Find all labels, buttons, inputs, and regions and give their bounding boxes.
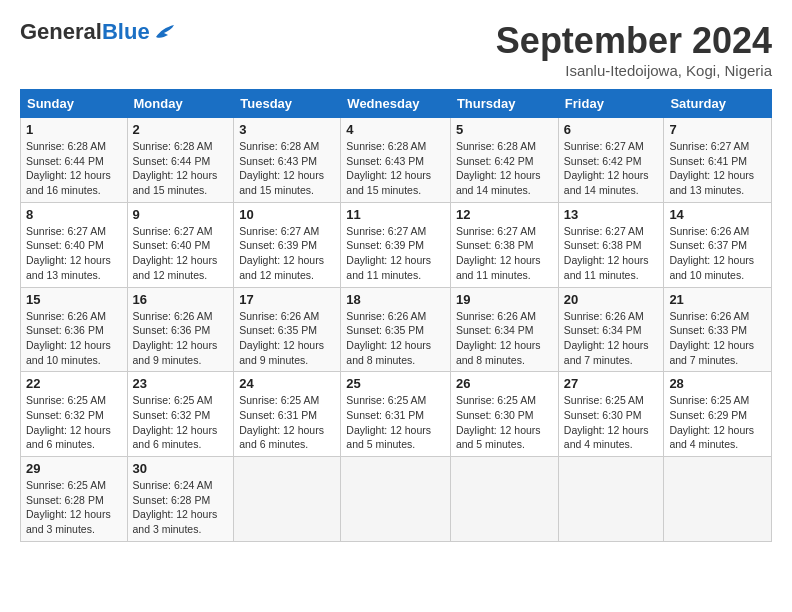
- calendar-cell: [341, 457, 451, 542]
- calendar-cell: 27Sunrise: 6:25 AMSunset: 6:30 PMDayligh…: [558, 372, 664, 457]
- calendar-cell: [664, 457, 772, 542]
- calendar-cell: [450, 457, 558, 542]
- day-info: Sunrise: 6:27 AMSunset: 6:40 PMDaylight:…: [133, 224, 229, 283]
- day-number: 24: [239, 376, 335, 391]
- calendar-week-4: 22Sunrise: 6:25 AMSunset: 6:32 PMDayligh…: [21, 372, 772, 457]
- day-info: Sunrise: 6:26 AMSunset: 6:36 PMDaylight:…: [133, 309, 229, 368]
- day-number: 3: [239, 122, 335, 137]
- location: Isanlu-Itedoijowa, Kogi, Nigeria: [496, 62, 772, 79]
- day-info: Sunrise: 6:27 AMSunset: 6:39 PMDaylight:…: [239, 224, 335, 283]
- calendar-cell: 20Sunrise: 6:26 AMSunset: 6:34 PMDayligh…: [558, 287, 664, 372]
- day-info: Sunrise: 6:27 AMSunset: 6:40 PMDaylight:…: [26, 224, 122, 283]
- day-info: Sunrise: 6:26 AMSunset: 6:33 PMDaylight:…: [669, 309, 766, 368]
- calendar-cell: 24Sunrise: 6:25 AMSunset: 6:31 PMDayligh…: [234, 372, 341, 457]
- day-info: Sunrise: 6:28 AMSunset: 6:44 PMDaylight:…: [133, 139, 229, 198]
- calendar-cell: 22Sunrise: 6:25 AMSunset: 6:32 PMDayligh…: [21, 372, 128, 457]
- day-number: 19: [456, 292, 553, 307]
- calendar-cell: 1Sunrise: 6:28 AMSunset: 6:44 PMDaylight…: [21, 118, 128, 203]
- day-number: 13: [564, 207, 659, 222]
- calendar-cell: 7Sunrise: 6:27 AMSunset: 6:41 PMDaylight…: [664, 118, 772, 203]
- day-info: Sunrise: 6:28 AMSunset: 6:42 PMDaylight:…: [456, 139, 553, 198]
- calendar-cell: 18Sunrise: 6:26 AMSunset: 6:35 PMDayligh…: [341, 287, 451, 372]
- weekday-row: SundayMondayTuesdayWednesdayThursdayFrid…: [21, 90, 772, 118]
- day-number: 5: [456, 122, 553, 137]
- day-number: 27: [564, 376, 659, 391]
- calendar-cell: 13Sunrise: 6:27 AMSunset: 6:38 PMDayligh…: [558, 202, 664, 287]
- calendar-cell: 29Sunrise: 6:25 AMSunset: 6:28 PMDayligh…: [21, 457, 128, 542]
- day-info: Sunrise: 6:25 AMSunset: 6:31 PMDaylight:…: [239, 393, 335, 452]
- logo-text: GeneralBlue: [20, 20, 150, 44]
- calendar-cell: 8Sunrise: 6:27 AMSunset: 6:40 PMDaylight…: [21, 202, 128, 287]
- day-number: 29: [26, 461, 122, 476]
- calendar-week-3: 15Sunrise: 6:26 AMSunset: 6:36 PMDayligh…: [21, 287, 772, 372]
- calendar-cell: 11Sunrise: 6:27 AMSunset: 6:39 PMDayligh…: [341, 202, 451, 287]
- weekday-header-friday: Friday: [558, 90, 664, 118]
- day-info: Sunrise: 6:28 AMSunset: 6:43 PMDaylight:…: [239, 139, 335, 198]
- day-info: Sunrise: 6:25 AMSunset: 6:32 PMDaylight:…: [26, 393, 122, 452]
- day-info: Sunrise: 6:26 AMSunset: 6:35 PMDaylight:…: [346, 309, 445, 368]
- day-number: 28: [669, 376, 766, 391]
- day-info: Sunrise: 6:26 AMSunset: 6:36 PMDaylight:…: [26, 309, 122, 368]
- calendar-cell: 15Sunrise: 6:26 AMSunset: 6:36 PMDayligh…: [21, 287, 128, 372]
- calendar-week-5: 29Sunrise: 6:25 AMSunset: 6:28 PMDayligh…: [21, 457, 772, 542]
- calendar-cell: 21Sunrise: 6:26 AMSunset: 6:33 PMDayligh…: [664, 287, 772, 372]
- calendar-cell: 23Sunrise: 6:25 AMSunset: 6:32 PMDayligh…: [127, 372, 234, 457]
- day-info: Sunrise: 6:25 AMSunset: 6:31 PMDaylight:…: [346, 393, 445, 452]
- calendar-header: SundayMondayTuesdayWednesdayThursdayFrid…: [21, 90, 772, 118]
- month-title: September 2024: [496, 20, 772, 62]
- day-info: Sunrise: 6:27 AMSunset: 6:42 PMDaylight:…: [564, 139, 659, 198]
- calendar-cell: 17Sunrise: 6:26 AMSunset: 6:35 PMDayligh…: [234, 287, 341, 372]
- day-number: 6: [564, 122, 659, 137]
- calendar-cell: 26Sunrise: 6:25 AMSunset: 6:30 PMDayligh…: [450, 372, 558, 457]
- day-number: 1: [26, 122, 122, 137]
- calendar-table: SundayMondayTuesdayWednesdayThursdayFrid…: [20, 89, 772, 542]
- weekday-header-sunday: Sunday: [21, 90, 128, 118]
- day-info: Sunrise: 6:25 AMSunset: 6:30 PMDaylight:…: [564, 393, 659, 452]
- day-info: Sunrise: 6:27 AMSunset: 6:38 PMDaylight:…: [564, 224, 659, 283]
- day-number: 11: [346, 207, 445, 222]
- day-info: Sunrise: 6:26 AMSunset: 6:34 PMDaylight:…: [456, 309, 553, 368]
- page-header: GeneralBlue September 2024 Isanlu-Itedoi…: [20, 20, 772, 79]
- calendar-cell: 30Sunrise: 6:24 AMSunset: 6:28 PMDayligh…: [127, 457, 234, 542]
- title-block: September 2024 Isanlu-Itedoijowa, Kogi, …: [496, 20, 772, 79]
- calendar-cell: 19Sunrise: 6:26 AMSunset: 6:34 PMDayligh…: [450, 287, 558, 372]
- day-number: 21: [669, 292, 766, 307]
- day-number: 15: [26, 292, 122, 307]
- day-number: 9: [133, 207, 229, 222]
- day-info: Sunrise: 6:28 AMSunset: 6:44 PMDaylight:…: [26, 139, 122, 198]
- day-info: Sunrise: 6:28 AMSunset: 6:43 PMDaylight:…: [346, 139, 445, 198]
- day-info: Sunrise: 6:26 AMSunset: 6:35 PMDaylight:…: [239, 309, 335, 368]
- logo: GeneralBlue: [20, 20, 176, 44]
- day-info: Sunrise: 6:24 AMSunset: 6:28 PMDaylight:…: [133, 478, 229, 537]
- day-info: Sunrise: 6:25 AMSunset: 6:29 PMDaylight:…: [669, 393, 766, 452]
- day-info: Sunrise: 6:25 AMSunset: 6:32 PMDaylight:…: [133, 393, 229, 452]
- calendar-cell: 9Sunrise: 6:27 AMSunset: 6:40 PMDaylight…: [127, 202, 234, 287]
- calendar-cell: 14Sunrise: 6:26 AMSunset: 6:37 PMDayligh…: [664, 202, 772, 287]
- weekday-header-tuesday: Tuesday: [234, 90, 341, 118]
- day-number: 30: [133, 461, 229, 476]
- calendar-cell: 4Sunrise: 6:28 AMSunset: 6:43 PMDaylight…: [341, 118, 451, 203]
- day-number: 26: [456, 376, 553, 391]
- day-number: 17: [239, 292, 335, 307]
- calendar-cell: 10Sunrise: 6:27 AMSunset: 6:39 PMDayligh…: [234, 202, 341, 287]
- day-number: 7: [669, 122, 766, 137]
- day-info: Sunrise: 6:25 AMSunset: 6:28 PMDaylight:…: [26, 478, 122, 537]
- calendar-cell: 12Sunrise: 6:27 AMSunset: 6:38 PMDayligh…: [450, 202, 558, 287]
- day-number: 23: [133, 376, 229, 391]
- day-info: Sunrise: 6:26 AMSunset: 6:37 PMDaylight:…: [669, 224, 766, 283]
- calendar-cell: 28Sunrise: 6:25 AMSunset: 6:29 PMDayligh…: [664, 372, 772, 457]
- calendar-week-2: 8Sunrise: 6:27 AMSunset: 6:40 PMDaylight…: [21, 202, 772, 287]
- day-info: Sunrise: 6:26 AMSunset: 6:34 PMDaylight:…: [564, 309, 659, 368]
- calendar-cell: 3Sunrise: 6:28 AMSunset: 6:43 PMDaylight…: [234, 118, 341, 203]
- calendar-cell: [234, 457, 341, 542]
- day-number: 2: [133, 122, 229, 137]
- calendar-cell: [558, 457, 664, 542]
- day-number: 20: [564, 292, 659, 307]
- logo-bird-icon: [154, 23, 176, 41]
- calendar-cell: 2Sunrise: 6:28 AMSunset: 6:44 PMDaylight…: [127, 118, 234, 203]
- calendar-cell: 25Sunrise: 6:25 AMSunset: 6:31 PMDayligh…: [341, 372, 451, 457]
- day-number: 18: [346, 292, 445, 307]
- day-info: Sunrise: 6:25 AMSunset: 6:30 PMDaylight:…: [456, 393, 553, 452]
- weekday-header-saturday: Saturday: [664, 90, 772, 118]
- calendar-cell: 5Sunrise: 6:28 AMSunset: 6:42 PMDaylight…: [450, 118, 558, 203]
